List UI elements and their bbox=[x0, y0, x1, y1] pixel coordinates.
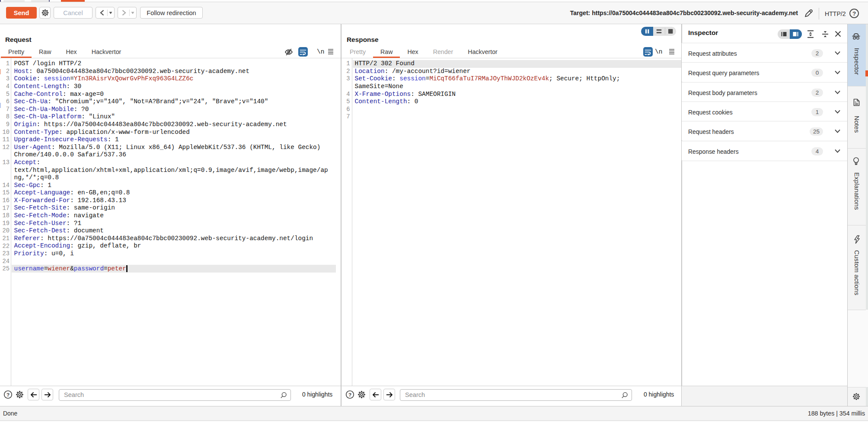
svg-text:?: ? bbox=[6, 392, 10, 398]
svg-text:?: ? bbox=[348, 392, 351, 398]
svg-text:?: ? bbox=[852, 10, 856, 17]
